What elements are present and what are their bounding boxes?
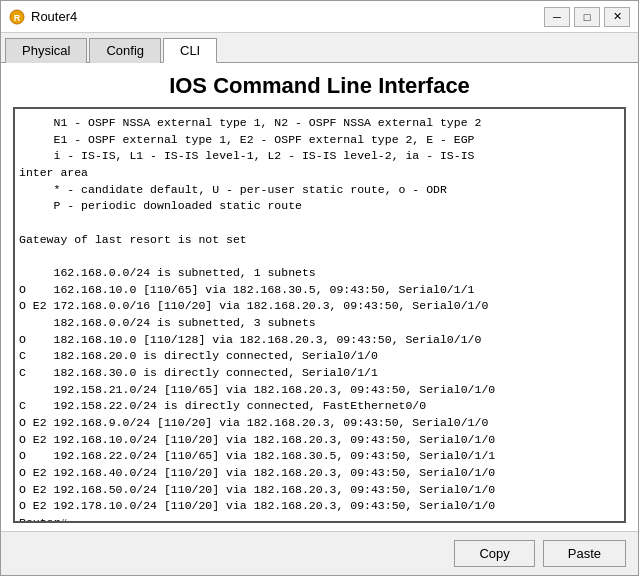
bottom-bar: Copy Paste [1, 531, 638, 575]
tab-bar: Physical Config CLI [1, 33, 638, 63]
main-window: R Router4 ─ □ ✕ Physical Config CLI IOS … [0, 0, 639, 576]
paste-button[interactable]: Paste [543, 540, 626, 567]
tab-physical[interactable]: Physical [5, 38, 87, 63]
window-title: Router4 [31, 9, 77, 24]
title-controls: ─ □ ✕ [544, 7, 630, 27]
copy-button[interactable]: Copy [454, 540, 534, 567]
title-bar-left: R Router4 [9, 9, 77, 25]
tab-cli[interactable]: CLI [163, 38, 217, 63]
terminal-output[interactable]: N1 - OSPF NSSA external type 1, N2 - OSP… [13, 107, 626, 523]
cli-container: N1 - OSPF NSSA external type 1, N2 - OSP… [1, 107, 638, 531]
close-button[interactable]: ✕ [604, 7, 630, 27]
tab-config[interactable]: Config [89, 38, 161, 63]
page-title: IOS Command Line Interface [1, 63, 638, 107]
svg-text:R: R [14, 13, 21, 23]
minimize-button[interactable]: ─ [544, 7, 570, 27]
app-icon: R [9, 9, 25, 25]
title-bar: R Router4 ─ □ ✕ [1, 1, 638, 33]
maximize-button[interactable]: □ [574, 7, 600, 27]
